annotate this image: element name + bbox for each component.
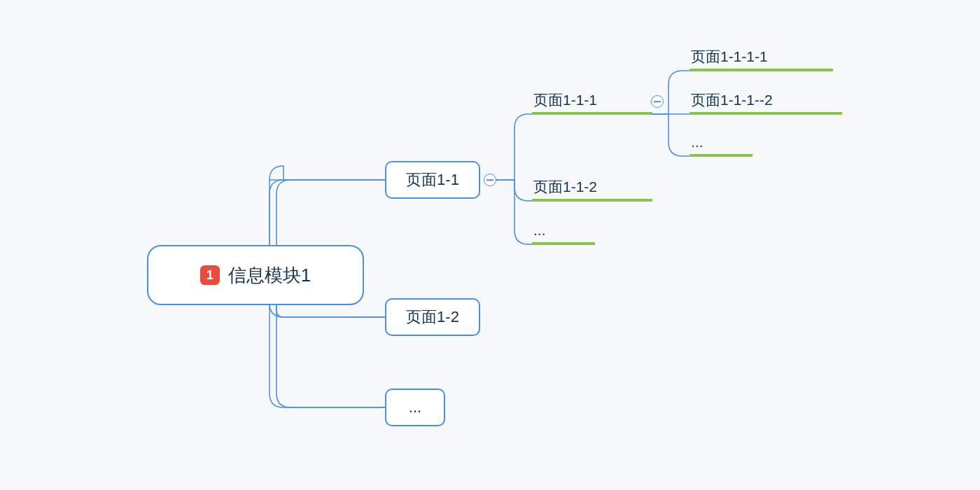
node-label: ... <box>409 398 421 416</box>
node-page-1-more[interactable]: ... <box>385 388 445 426</box>
node-label: ... <box>691 134 704 150</box>
node-page-1-1-1-2[interactable]: 页面1-1-1--2 <box>690 90 842 115</box>
node-page-1-1-2[interactable]: 页面1-1-2 <box>532 176 652 202</box>
connectors-svg <box>0 0 980 490</box>
node-page-1-1-1-1[interactable]: 页面1-1-1-1 <box>690 46 833 71</box>
node-label: 页面1-1 <box>406 169 459 190</box>
root-node[interactable]: 1 信息模块1 <box>147 245 364 305</box>
collapse-toggle-1-1-1[interactable] <box>651 95 664 108</box>
root-label: 信息模块1 <box>228 263 311 288</box>
collapse-toggle-1-1[interactable] <box>484 174 496 186</box>
node-label: ... <box>533 222 546 239</box>
node-page-1-1-1-more[interactable]: ... <box>690 132 752 157</box>
node-label: 页面1-1-1-1 <box>691 47 768 66</box>
node-page-1-1-1[interactable]: 页面1-1-1 <box>532 90 652 115</box>
mindmap-canvas[interactable]: 1 信息模块1 页面1-1 页面1-2 ... 页面1-1-1 页面1-1-2 … <box>0 0 980 490</box>
node-label: 页面1-1-2 <box>533 177 597 197</box>
root-badge: 1 <box>200 265 220 285</box>
node-page-1-2[interactable]: 页面1-2 <box>385 298 480 336</box>
node-label: 页面1-1-1--2 <box>691 90 773 110</box>
node-label: 页面1-1-1 <box>533 90 597 110</box>
node-page-1-1[interactable]: 页面1-1 <box>385 161 480 199</box>
node-label: 页面1-2 <box>406 307 459 328</box>
connectors <box>0 0 980 490</box>
node-page-1-1-more[interactable]: ... <box>532 220 595 245</box>
